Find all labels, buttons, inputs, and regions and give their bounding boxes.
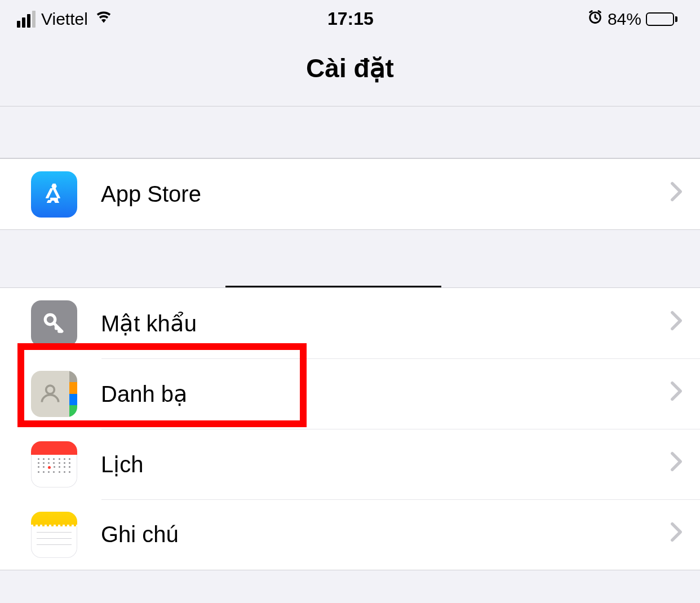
wifi-icon [94,9,114,29]
settings-row-label: Lịch [101,451,670,477]
section-spacer [0,230,700,287]
settings-row-label: Ghi chú [101,522,670,547]
battery-icon [646,12,677,26]
status-left: Viettel [17,9,114,29]
password-icon [31,300,77,347]
settings-row-contacts[interactable]: Danh bạ [0,358,700,429]
settings-section-appstore: App Store [0,158,700,230]
settings-row-label: Danh bạ [101,381,670,407]
settings-row-calendar[interactable]: Lịch [0,429,700,499]
chevron-right-icon [670,381,683,406]
settings-row-label: Mật khẩu [101,311,670,336]
status-bar: Viettel 17:15 84% [0,0,700,35]
time-label: 17:15 [327,8,374,29]
notes-icon [31,512,77,558]
chevron-right-icon [670,451,683,477]
settings-section-apps: Mật khẩu Danh bạ Lịch [0,287,700,570]
appstore-icon [31,171,77,218]
chevron-right-icon [670,311,683,336]
battery-label: 84% [608,10,641,29]
underline-decoration [225,286,441,287]
page-header: Cài đặt [0,35,700,107]
chevron-right-icon [670,181,683,207]
page-title: Cài đặt [0,53,700,83]
alarm-icon [587,9,603,29]
settings-row-notes[interactable]: Ghi chú [0,499,700,570]
chevron-right-icon [670,522,683,547]
carrier-label: Viettel [41,10,88,29]
settings-row-label: App Store [101,181,670,207]
signal-icon [17,11,36,28]
section-spacer [0,107,700,158]
contacts-icon [31,371,77,417]
status-right: 84% [587,9,677,29]
settings-row-appstore[interactable]: App Store [0,159,700,229]
svg-point-2 [46,385,55,394]
settings-row-password[interactable]: Mật khẩu [0,288,700,358]
calendar-icon [31,441,77,487]
